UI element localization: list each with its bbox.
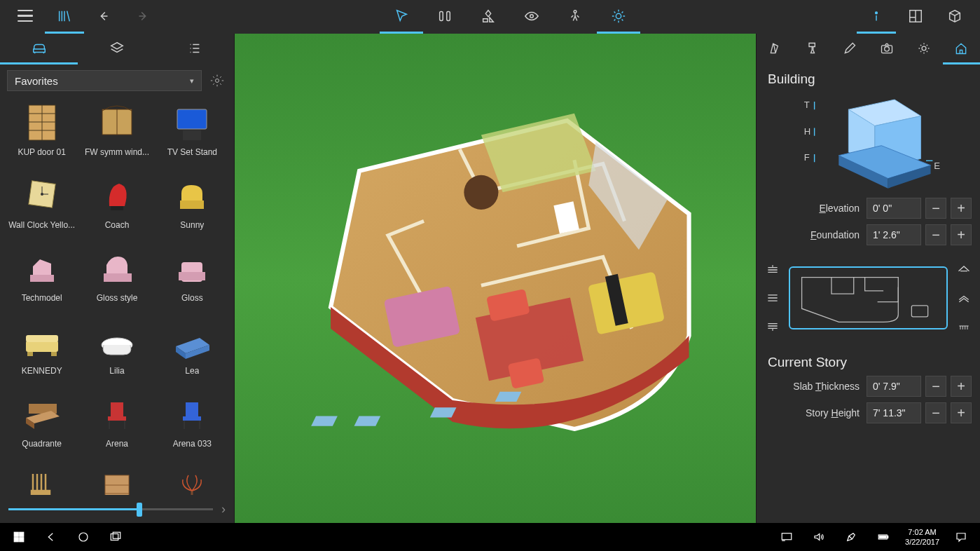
info-panel-button[interactable] bbox=[857, 0, 896, 34]
library-item[interactable] bbox=[4, 465, 79, 495]
library-item[interactable]: KUP door 01 bbox=[4, 101, 79, 171]
foundation-input[interactable]: 1' 2.6" bbox=[867, 224, 921, 245]
eye-icon bbox=[524, 8, 539, 24]
action-center-button[interactable] bbox=[945, 523, 977, 551]
taskbar-clock[interactable]: 7:02 AM 3/22/2017 bbox=[899, 527, 945, 547]
tray-cast-button[interactable] bbox=[771, 523, 803, 551]
walkthrough-button[interactable] bbox=[553, 0, 597, 34]
svg-point-64 bbox=[922, 46, 926, 50]
furniture-tab[interactable] bbox=[0, 34, 78, 64]
foundation-increment[interactable]: + bbox=[951, 224, 972, 245]
redo-icon bbox=[135, 8, 151, 24]
slab-decrement[interactable]: − bbox=[925, 376, 946, 397]
taskbar-back-button[interactable] bbox=[35, 523, 67, 551]
thumbnail-size-slider[interactable] bbox=[8, 501, 213, 517]
story-list-button[interactable] bbox=[765, 290, 780, 306]
library-item[interactable]: FW symm wind... bbox=[79, 101, 154, 171]
room-tool-button[interactable] bbox=[467, 0, 510, 34]
library-toggle-button[interactable] bbox=[45, 0, 84, 34]
wall-tool-button[interactable] bbox=[423, 0, 467, 34]
svg-rect-23 bbox=[30, 275, 54, 282]
tray-volume-button[interactable] bbox=[803, 523, 835, 551]
slab-input[interactable]: 0' 7.9" bbox=[867, 376, 921, 397]
clock-date: 3/22/2017 bbox=[905, 537, 939, 547]
layout-panel-button[interactable] bbox=[896, 0, 935, 34]
task-view-button[interactable] bbox=[99, 523, 132, 551]
redo-button[interactable] bbox=[123, 0, 163, 34]
library-item[interactable] bbox=[155, 465, 230, 495]
lighting-tool-button[interactable] bbox=[597, 0, 640, 34]
library-item[interactable]: Coach bbox=[79, 174, 154, 244]
library-item[interactable]: Gloss style bbox=[79, 247, 154, 317]
library-thumb bbox=[170, 174, 214, 217]
cortana-button[interactable] bbox=[67, 523, 99, 551]
view-tool-button[interactable] bbox=[510, 0, 553, 34]
library-item-label: Arena 033 bbox=[173, 439, 212, 449]
windows-taskbar: 7:02 AM 3/22/2017 bbox=[0, 523, 980, 551]
library-item[interactable]: Wall Clock Yello... bbox=[4, 174, 79, 244]
3d-view-button[interactable] bbox=[935, 0, 974, 34]
library-item[interactable]: Arena bbox=[79, 393, 154, 463]
ceiling-button[interactable] bbox=[956, 290, 972, 306]
3d-viewport[interactable] bbox=[235, 34, 756, 523]
story-height-decrement[interactable]: − bbox=[925, 402, 946, 423]
roof-button[interactable] bbox=[956, 262, 972, 278]
clock-time: 7:02 AM bbox=[908, 527, 936, 537]
library-item[interactable]: Arena 033 bbox=[155, 393, 230, 463]
inspector-object-tab[interactable] bbox=[757, 34, 794, 64]
slab-increment[interactable]: + bbox=[951, 376, 972, 397]
foundation-decrement[interactable]: − bbox=[925, 224, 946, 245]
library-item-label: Techmodel bbox=[22, 293, 62, 303]
story-height-increment[interactable]: + bbox=[951, 402, 972, 423]
library-item[interactable]: Techmodel bbox=[4, 247, 79, 317]
elevation-input[interactable]: 0' 0" bbox=[867, 198, 921, 219]
inspector-building-tab[interactable] bbox=[943, 34, 980, 64]
start-button[interactable] bbox=[3, 523, 35, 551]
tray-pen-button[interactable] bbox=[835, 523, 867, 551]
svg-point-63 bbox=[885, 46, 890, 51]
story-height-input[interactable]: 7' 11.3" bbox=[867, 402, 921, 423]
library-item-label: Lea bbox=[185, 366, 199, 376]
inspector-edit-tab[interactable] bbox=[831, 34, 868, 64]
svg-rect-71 bbox=[111, 534, 118, 540]
house-icon bbox=[954, 41, 968, 55]
expand-button[interactable]: › bbox=[221, 502, 226, 517]
library-item[interactable] bbox=[79, 465, 154, 495]
add-story-below-button[interactable] bbox=[765, 318, 780, 334]
library-item[interactable]: TV Set Stand bbox=[155, 101, 230, 171]
svg-rect-38 bbox=[183, 416, 201, 421]
svg-rect-21 bbox=[111, 206, 123, 210]
library-item[interactable]: KENNEDY bbox=[4, 320, 79, 390]
svg-point-7 bbox=[216, 79, 219, 83]
inspector-paint-tab[interactable] bbox=[794, 34, 831, 64]
library-thumb bbox=[170, 465, 214, 495]
elevation-increment[interactable]: + bbox=[951, 198, 972, 219]
story-preview[interactable] bbox=[789, 266, 948, 329]
inspector-camera-tab[interactable] bbox=[869, 34, 906, 64]
library-item[interactable]: Gloss bbox=[155, 247, 230, 317]
add-story-above-button[interactable] bbox=[765, 262, 780, 278]
library-item[interactable]: Quadrante bbox=[4, 393, 79, 463]
materials-tab[interactable] bbox=[78, 34, 156, 64]
tray-battery-button[interactable] bbox=[867, 523, 899, 551]
svg-rect-16 bbox=[183, 130, 201, 140]
svg-point-2 bbox=[530, 14, 533, 18]
select-tool-button[interactable] bbox=[380, 0, 423, 34]
undo-button[interactable] bbox=[84, 0, 123, 34]
library-thumb bbox=[170, 247, 214, 290]
hamburger-menu-button[interactable] bbox=[6, 0, 45, 34]
library-item[interactable]: Lilia bbox=[79, 320, 154, 390]
library-item[interactable]: Sunny bbox=[155, 174, 230, 244]
library-item[interactable]: Lea bbox=[155, 320, 230, 390]
floor-button[interactable] bbox=[956, 318, 972, 334]
library-settings-button[interactable] bbox=[207, 71, 227, 90]
library-item-label: TV Set Stand bbox=[167, 147, 217, 157]
category-dropdown[interactable]: Favorites ▾ bbox=[7, 70, 202, 91]
list-tab[interactable] bbox=[156, 34, 234, 64]
circle-icon bbox=[77, 531, 90, 543]
elevation-decrement[interactable]: − bbox=[925, 198, 946, 219]
hamburger-icon bbox=[18, 10, 33, 22]
foundation-label: Foundation bbox=[765, 229, 862, 240]
svg-rect-76 bbox=[880, 536, 886, 538]
inspector-light-tab[interactable] bbox=[906, 34, 943, 64]
